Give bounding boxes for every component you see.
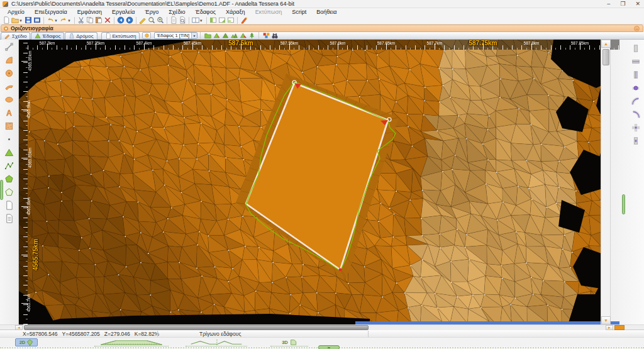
save-view-button[interactable] — [33, 16, 42, 25]
page-zoom-button[interactable] — [178, 16, 187, 25]
page-preview-button[interactable] — [169, 16, 178, 25]
scroll-down-arrow[interactable]: ▼ — [601, 316, 611, 324]
back-button[interactable] — [116, 16, 125, 25]
image-tool[interactable] — [2, 119, 17, 132]
window-split-button[interactable]: ▼ — [191, 16, 204, 25]
window-split-caret[interactable]: ▼ — [199, 19, 203, 23]
tree-button[interactable] — [247, 32, 256, 39]
surface-options-button[interactable] — [142, 32, 151, 39]
left-panel-splitter[interactable] — [0, 180, 3, 200]
mountains-button[interactable] — [230, 32, 238, 39]
sheet-tool[interactable] — [2, 199, 17, 211]
horizontal-scrollbar[interactable]: ◄ ► — [0, 324, 644, 330]
close-button[interactable]: ✕ — [635, 0, 640, 8]
embankment-profile-button[interactable] — [94, 338, 169, 346]
zoom-in-button[interactable] — [156, 16, 165, 25]
menu-2[interactable]: Εμφάνιση — [72, 8, 107, 16]
triangle-tool[interactable] — [2, 146, 17, 158]
minimize-button[interactable]: – — [607, 0, 610, 8]
color-palette-button[interactable] — [262, 32, 270, 39]
road-vertical-tool[interactable] — [630, 69, 642, 80]
roundabout-tool[interactable] — [630, 82, 642, 94]
terrain-triangle-icon — [35, 33, 41, 39]
polygon-outline-tool[interactable] — [2, 186, 17, 198]
view-2d-button[interactable]: 2D — [15, 338, 38, 346]
copy-button[interactable] — [86, 16, 94, 25]
road-horizontal-tool[interactable] — [630, 55, 642, 67]
text-tool[interactable]: A — [2, 106, 17, 119]
median-road-tool[interactable] — [630, 135, 642, 147]
menu-3[interactable]: Εργαλεία — [107, 8, 140, 16]
horizontal-scroll-thumb[interactable] — [24, 325, 369, 330]
menu-6[interactable]: Έδαφος — [191, 8, 221, 16]
bottom-splitter-strip — [0, 346, 644, 349]
menu-10[interactable]: Βοήθεια — [311, 8, 341, 16]
menu-0[interactable]: Αρχείο — [3, 8, 30, 16]
panel-collapse-button[interactable]: – — [634, 26, 640, 31]
vertical-scroll-thumb[interactable] — [602, 49, 609, 65]
zoom-button[interactable] — [147, 16, 156, 25]
style-brush-button[interactable] — [240, 16, 248, 25]
ellipse-tool[interactable] — [2, 93, 17, 106]
bottom-splitter-handle[interactable] — [318, 345, 340, 349]
crossroad-tool[interactable] — [630, 121, 642, 133]
cut-button[interactable] — [77, 16, 86, 25]
plan-panel-header[interactable]: Οριζοντιογραφία – — [1, 25, 643, 32]
chevron-down-icon[interactable]: ▼ — [191, 33, 197, 38]
redo-button[interactable]: ▼ — [59, 16, 72, 25]
window-layout-2-button[interactable] — [218, 16, 226, 25]
delete-button[interactable] — [103, 16, 112, 25]
scroll-left-arrow[interactable]: ◄ — [15, 325, 23, 330]
window-layout-1-button[interactable] — [209, 16, 218, 25]
point-tool[interactable] — [2, 133, 17, 145]
cross-section-button[interactable] — [186, 338, 247, 346]
menu-1[interactable]: Επεξεργασία — [30, 8, 72, 16]
circle-tool[interactable] — [2, 67, 17, 79]
open-dropdown-caret[interactable]: ▼ — [19, 19, 23, 23]
save-button[interactable] — [24, 16, 33, 25]
road-segment-tool[interactable] — [630, 42, 642, 54]
view-3d-button[interactable]: 3D — [270, 338, 308, 346]
redo-dropdown-caret[interactable]: ▼ — [67, 19, 71, 23]
tab-print[interactable]: Εκτύπωση — [101, 32, 140, 40]
line-tool[interactable] — [2, 40, 17, 53]
tab-road[interactable]: Δρόμος — [65, 32, 97, 40]
polyline-tool[interactable] — [2, 159, 17, 172]
menu-5[interactable]: Σχέδιο — [164, 8, 190, 16]
scrollbar-corner-button[interactable] — [614, 325, 625, 330]
undo-dropdown-caret[interactable]: ▼ — [54, 19, 58, 23]
coord-z: Z=279.046 — [104, 331, 130, 337]
surface-folder-button[interactable] — [203, 32, 212, 39]
menu-7[interactable]: Χάραξη — [221, 8, 250, 16]
surface-select[interactable]: Έδαφος 1 [TIN] ▼ — [154, 32, 197, 39]
open-file-button[interactable]: ▼ — [11, 16, 24, 25]
pie-tool[interactable] — [2, 53, 17, 66]
menu-9[interactable]: Script — [287, 8, 311, 16]
window-title: C:\Users\Public\Documents\Anadelta Tesse… — [11, 1, 294, 7]
menu-4[interactable]: Έργο — [140, 8, 164, 16]
road-curve-tool[interactable] — [630, 95, 642, 107]
new-file-button[interactable] — [2, 16, 11, 25]
undo-button[interactable]: ▼ — [46, 16, 59, 25]
measure-pencil-button[interactable] — [138, 16, 147, 25]
sheet-text-tool[interactable] — [2, 212, 17, 224]
paste-button[interactable] — [94, 16, 103, 25]
polygon-filled-tool[interactable] — [2, 172, 17, 185]
forward-button[interactable] — [125, 16, 134, 25]
triangle-delete-button[interactable] — [238, 32, 247, 39]
tab-drawing[interactable]: Σχέδιο — [1, 32, 30, 40]
triangle-button[interactable] — [221, 32, 230, 39]
tab-terrain[interactable]: Έδαφος — [31, 32, 64, 40]
triangle-edit-button[interactable] — [212, 32, 221, 39]
terrain-map-canvas[interactable] — [19, 40, 619, 324]
right-panel-splitter[interactable] — [622, 194, 625, 214]
horizontal-scroll-track[interactable] — [23, 325, 613, 330]
scroll-right-arrow[interactable]: ► — [606, 325, 613, 330]
scroll-up-arrow[interactable]: ▲ — [601, 40, 611, 48]
window-layout-3-button[interactable] — [226, 16, 235, 25]
maximize-button[interactable]: ❐ — [620, 0, 625, 8]
arc-tool[interactable] — [2, 80, 17, 92]
vertical-scrollbar[interactable]: ▲ ▼ — [601, 40, 610, 324]
road-curve-2-tool[interactable] — [630, 108, 642, 120]
binoculars-search-button[interactable] — [270, 32, 279, 39]
